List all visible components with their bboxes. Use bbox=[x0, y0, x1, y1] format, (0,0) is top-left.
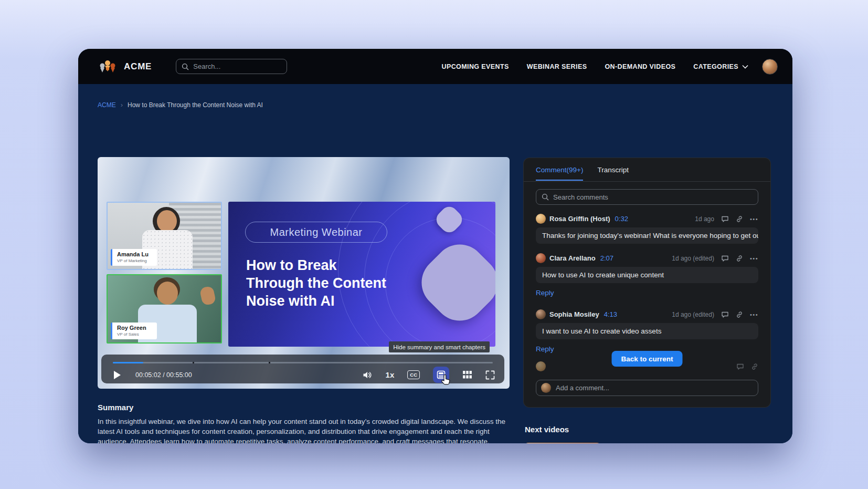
profile-avatar[interactable] bbox=[762, 59, 778, 75]
more-options-icon[interactable]: ••• bbox=[750, 216, 758, 222]
next-videos-heading: Next videos bbox=[525, 425, 569, 434]
summary-paragraph-1: In this insightful webinar, we dive into… bbox=[98, 417, 507, 443]
speaker-tile-amanda: Amanda Lu VP of Marketing bbox=[107, 202, 222, 270]
chapters-grid-icon[interactable] bbox=[462, 370, 472, 379]
slide-badge: Marketing Webinar bbox=[245, 222, 387, 243]
slide-title-line: Noise with AI bbox=[246, 292, 386, 310]
comment-author: Rosa Griffin (Host) bbox=[549, 215, 610, 223]
tab-comments[interactable]: Comment(99+) bbox=[536, 166, 583, 181]
brand-name: ACME bbox=[124, 61, 152, 72]
nav-link-categories[interactable]: CATEGORIES bbox=[693, 63, 748, 70]
comment-author: Sophia Mosiley bbox=[549, 310, 599, 318]
reply-bubble-icon bbox=[736, 363, 744, 370]
comment-text: Thanks for joining today's webinar! What… bbox=[536, 227, 758, 244]
comment-timestamp-link[interactable]: 0:32 bbox=[615, 215, 628, 223]
speaker-title: VP of Sales bbox=[117, 332, 152, 337]
next-video-thumbnail[interactable] bbox=[523, 443, 602, 443]
nav-links: UPCOMING EVENTS WEBINAR SERIES ON-DEMAND… bbox=[441, 63, 748, 70]
progress-bar[interactable] bbox=[113, 362, 493, 363]
playback-speed-button[interactable]: 1x bbox=[386, 370, 395, 379]
speaker-title: VP of Marketing bbox=[117, 258, 152, 264]
page-body: ACME › How to Break Through the Content … bbox=[78, 84, 792, 443]
avatar bbox=[536, 214, 546, 224]
comment-meta bbox=[736, 363, 758, 370]
comment-row: Rosa Griffin (Host) 0:32 1d ago ••• bbox=[536, 214, 758, 224]
breadcrumb-separator: › bbox=[121, 101, 123, 109]
controls-row: 00:05:02 / 00:55:00 1x CC bbox=[110, 366, 495, 383]
next-video-texts: Omnichannel Marketing: Creating Seamless… bbox=[611, 443, 774, 443]
speaker-name: Roy Green bbox=[117, 325, 152, 331]
more-options-icon[interactable]: ••• bbox=[750, 255, 758, 262]
add-comment-input[interactable] bbox=[556, 384, 753, 392]
speaker-name-badge: Roy Green VP of Sales bbox=[111, 322, 157, 339]
avatar bbox=[541, 383, 551, 393]
speaker-figure bbox=[157, 282, 178, 305]
transcript-icon bbox=[437, 370, 446, 379]
breadcrumb: ACME › How to Break Through the Content … bbox=[98, 101, 263, 109]
reply-link[interactable]: Reply bbox=[536, 345, 554, 353]
reply-bubble-icon[interactable] bbox=[721, 215, 729, 223]
comment-meta: 1d ago ••• bbox=[695, 215, 758, 223]
reply-bubble-icon[interactable] bbox=[721, 311, 729, 318]
nav-search[interactable] bbox=[176, 59, 287, 74]
search-input[interactable] bbox=[193, 63, 285, 70]
app-window: ACME UPCOMING EVENTS WEBINAR SERIES ON-D… bbox=[78, 49, 792, 443]
breadcrumb-home-link[interactable]: ACME bbox=[98, 101, 116, 109]
next-video-card[interactable]: Omnichannel Marketing: Creating Seamless… bbox=[523, 443, 774, 443]
comment-timestamp-link[interactable]: 4:13 bbox=[604, 310, 617, 318]
speaker-tile-roy-active: Roy Green VP of Sales bbox=[107, 274, 222, 344]
controls-right: 1x CC bbox=[363, 367, 495, 383]
transcript-button-active[interactable] bbox=[433, 367, 449, 383]
transcript-toggle-tooltip: Hide summary and smart chapters bbox=[389, 341, 490, 352]
nav-link-on-demand-videos[interactable]: ON-DEMAND VIDEOS bbox=[605, 63, 675, 70]
comment-meta: 1d ago (edited) ••• bbox=[672, 255, 758, 262]
copy-link-icon[interactable] bbox=[736, 311, 743, 318]
comment-timestamp-link[interactable]: 2:07 bbox=[600, 254, 613, 262]
comments-panel: Comment(99+) Transcript Rosa Griffin (Ho… bbox=[523, 158, 771, 408]
time-display: 00:05:02 / 00:55:00 bbox=[135, 371, 192, 379]
brand-logo[interactable]: ACME bbox=[97, 59, 152, 75]
comment-row: Sophia Mosiley 4:13 1d ago (edited) ••• bbox=[536, 309, 758, 319]
captions-button[interactable]: CC bbox=[407, 370, 420, 379]
volume-icon[interactable] bbox=[363, 371, 373, 379]
more-options-icon[interactable]: ••• bbox=[750, 311, 758, 318]
comment-text: I want to use AI to create video assets bbox=[536, 323, 758, 339]
comments-search-input[interactable] bbox=[553, 193, 753, 201]
acme-logo-icon bbox=[97, 59, 119, 75]
progress-fill bbox=[113, 362, 143, 363]
speaker-figure bbox=[157, 210, 177, 232]
nav-link-upcoming-events[interactable]: UPCOMING EVENTS bbox=[441, 63, 509, 70]
reply-link[interactable]: Reply bbox=[536, 289, 554, 297]
search-icon bbox=[182, 63, 189, 70]
slide-title-line: Through the Content bbox=[246, 274, 386, 292]
avatar bbox=[536, 361, 546, 371]
video-controls-bar: 00:05:02 / 00:55:00 1x CC bbox=[101, 355, 504, 383]
avatar bbox=[536, 253, 546, 263]
speaker-figure bbox=[199, 286, 217, 306]
reply-bubble-icon[interactable] bbox=[721, 255, 729, 262]
add-comment-box[interactable] bbox=[536, 380, 758, 396]
comment-meta: 1d ago (edited) ••• bbox=[672, 311, 758, 318]
play-button[interactable] bbox=[114, 371, 121, 379]
next-video-title[interactable]: Omnichannel Marketing: Creating Seamless… bbox=[611, 443, 774, 443]
chapter-marker bbox=[193, 362, 194, 363]
tab-transcript[interactable]: Transcript bbox=[597, 166, 629, 181]
search-icon bbox=[542, 193, 549, 201]
copy-link-icon bbox=[751, 363, 758, 370]
back-to-current-button[interactable]: Back to current bbox=[611, 351, 682, 367]
avatar bbox=[536, 309, 546, 319]
video-player[interactable]: Amanda Lu VP of Marketing Roy Green VP o… bbox=[98, 157, 510, 389]
panel-tabs: Comment(99+) Transcript bbox=[536, 166, 629, 181]
webinar-slide: Marketing Webinar How to Break Through t… bbox=[228, 202, 495, 347]
fullscreen-icon[interactable] bbox=[485, 370, 495, 380]
comments-search[interactable] bbox=[536, 189, 758, 205]
slide-title-line: How to Break bbox=[246, 256, 386, 274]
slide-title: How to Break Through the Content Noise w… bbox=[246, 256, 386, 310]
copy-link-icon[interactable] bbox=[736, 255, 743, 262]
comment-age: 1d ago (edited) bbox=[672, 311, 714, 318]
copy-link-icon[interactable] bbox=[736, 215, 743, 223]
nav-link-webinar-series[interactable]: WEBINAR SERIES bbox=[527, 63, 587, 70]
comment-author: Clara Arellano bbox=[549, 254, 596, 262]
chevron-down-icon bbox=[742, 65, 748, 69]
comment-age: 1d ago (edited) bbox=[672, 255, 714, 262]
